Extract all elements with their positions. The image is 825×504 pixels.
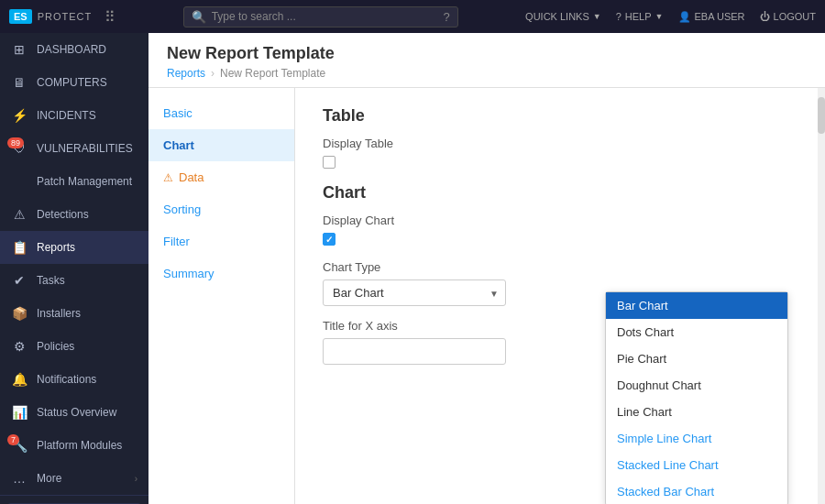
help-label: HELP bbox=[625, 11, 652, 22]
sidebar-item-reports[interactable]: 📋 Reports bbox=[0, 231, 148, 264]
search-box[interactable]: 🔍 ? bbox=[183, 6, 458, 27]
quick-links-button[interactable]: QUICK LINKS ▼ bbox=[525, 11, 601, 22]
sidebar-item-vulnerabilities[interactable]: 89 🛡 VULNERABILITIES bbox=[0, 132, 148, 165]
user-label: EBA USER bbox=[695, 11, 745, 22]
step-chart-label: Chart bbox=[163, 138, 194, 152]
sidebar-item-policies[interactable]: ⚙ Policies bbox=[0, 330, 148, 363]
step-chart[interactable]: Chart bbox=[148, 129, 294, 161]
page-title: New Report Template bbox=[167, 44, 807, 63]
topbar: ES PROTECT ⠿ 🔍 ? QUICK LINKS ▼ ? HELP ▼ … bbox=[0, 0, 825, 33]
sidebar-item-patch-management[interactable]: Patch Management bbox=[0, 165, 148, 198]
sidebar-item-incidents[interactable]: ⚡ INCIDENTS bbox=[0, 99, 148, 132]
display-chart-label: Display Chart bbox=[323, 214, 798, 227]
logout-icon: ⏻ bbox=[760, 11, 770, 22]
tasks-icon: ✔ bbox=[11, 272, 28, 289]
display-table-label: Display Table bbox=[323, 137, 798, 150]
form-area: Table Display Table Chart Display Chart … bbox=[295, 88, 825, 504]
content-body: Basic Chart ⚠ Data Sorting Filter Summar… bbox=[148, 88, 825, 504]
sidebar-item-more[interactable]: … More › bbox=[0, 462, 148, 495]
breadcrumb-separator: › bbox=[211, 67, 214, 80]
breadcrumb-reports-link[interactable]: Reports bbox=[167, 67, 205, 80]
search-help-icon[interactable]: ? bbox=[443, 10, 449, 24]
grid-icon[interactable]: ⠿ bbox=[104, 8, 116, 26]
dropdown-item-simple-line-chart[interactable]: Simple Line Chart bbox=[606, 425, 787, 452]
table-section-title: Table bbox=[323, 106, 798, 126]
sidebar-item-label: DASHBOARD bbox=[37, 43, 106, 56]
sidebar-item-label: Notifications bbox=[37, 373, 96, 386]
display-chart-checkbox[interactable] bbox=[323, 233, 336, 246]
warning-icon: ⚠ bbox=[163, 171, 173, 184]
reports-icon: 📋 bbox=[11, 239, 28, 256]
steps-panel: Basic Chart ⚠ Data Sorting Filter Summar… bbox=[148, 88, 295, 504]
logout-button[interactable]: ⏻ LOGOUT bbox=[760, 11, 816, 22]
quick-links-label: QUICK LINKS bbox=[525, 11, 589, 22]
user-icon: 👤 bbox=[678, 11, 691, 23]
sidebar-item-dashboard[interactable]: ⊞ DASHBOARD bbox=[0, 33, 148, 66]
sidebar-item-label: Tasks bbox=[37, 274, 65, 287]
step-data[interactable]: ⚠ Data bbox=[148, 161, 294, 193]
step-basic[interactable]: Basic bbox=[148, 97, 294, 129]
search-input[interactable] bbox=[212, 10, 438, 23]
dropdown-item-stacked-bar-chart[interactable]: Stacked Bar Chart bbox=[606, 478, 787, 504]
help-button[interactable]: ? HELP ▼ bbox=[616, 11, 664, 22]
notifications-icon: 🔔 bbox=[11, 371, 28, 388]
logo-area: ES PROTECT bbox=[9, 9, 92, 24]
sidebar-item-notifications[interactable]: 🔔 Notifications bbox=[0, 363, 148, 396]
display-table-checkbox[interactable] bbox=[323, 156, 336, 169]
sidebar-item-detections[interactable]: ⚠ Detections bbox=[0, 198, 148, 231]
logo-protect: PROTECT bbox=[38, 11, 93, 22]
sidebar-item-label: Reports bbox=[37, 241, 75, 254]
logout-label: LOGOUT bbox=[774, 11, 816, 22]
content-header: New Report Template Reports › New Report… bbox=[148, 33, 825, 88]
scrollbar[interactable] bbox=[818, 88, 825, 504]
sidebar-item-status-overview[interactable]: 📊 Status Overview bbox=[0, 396, 148, 429]
dashboard-icon: ⊞ bbox=[11, 41, 28, 58]
sidebar-item-label: Patch Management bbox=[37, 175, 132, 188]
sidebar-item-label: Policies bbox=[37, 340, 74, 353]
sidebar-item-label: COMPUTERS bbox=[37, 76, 107, 89]
chart-section-title: Chart bbox=[323, 183, 798, 203]
display-table-wrap bbox=[323, 156, 798, 169]
policies-icon: ⚙ bbox=[11, 338, 28, 355]
dropdown-item-bar-chart[interactable]: Bar Chart bbox=[606, 292, 787, 319]
breadcrumb-current: New Report Template bbox=[220, 67, 325, 80]
step-sorting-label: Sorting bbox=[163, 203, 201, 216]
sidebar-item-label: Platform Modules bbox=[37, 439, 122, 452]
breadcrumb: Reports › New Report Template bbox=[167, 67, 807, 87]
content-area: New Report Template Reports › New Report… bbox=[148, 33, 825, 504]
sidebar-item-label: Installers bbox=[37, 307, 81, 320]
x-axis-input[interactable] bbox=[323, 338, 506, 365]
dropdown-item-stacked-line-chart[interactable]: Stacked Line Chart bbox=[606, 452, 787, 478]
scrollbar-thumb bbox=[818, 97, 825, 134]
sidebar-item-platform-modules[interactable]: 7 🔧 Platform Modules bbox=[0, 429, 148, 462]
sidebar-item-tasks[interactable]: ✔ Tasks bbox=[0, 264, 148, 297]
step-filter[interactable]: Filter bbox=[148, 225, 294, 257]
step-summary[interactable]: Summary bbox=[148, 257, 294, 290]
sidebar-item-label: More bbox=[37, 472, 61, 485]
step-sorting[interactable]: Sorting bbox=[148, 193, 294, 225]
sidebar-item-installers[interactable]: 📦 Installers bbox=[0, 297, 148, 330]
more-icon: … bbox=[11, 470, 28, 487]
sidebar: ⊞ DASHBOARD 🖥 COMPUTERS ⚡ INCIDENTS 89 🛡… bbox=[0, 33, 148, 504]
patch-icon bbox=[11, 173, 28, 190]
chart-type-select[interactable]: Bar Chart bbox=[323, 279, 506, 306]
display-chart-wrap bbox=[323, 233, 798, 246]
dropdown-item-pie-chart[interactable]: Pie Chart bbox=[606, 345, 787, 372]
dropdown-item-dots-chart[interactable]: Dots Chart bbox=[606, 319, 787, 345]
help-arrow: ▼ bbox=[655, 12, 664, 21]
chart-type-label: Chart Type bbox=[323, 260, 798, 274]
topbar-actions: QUICK LINKS ▼ ? HELP ▼ 👤 EBA USER ⏻ LOGO… bbox=[525, 11, 816, 23]
dropdown-item-doughnut-chart[interactable]: Doughnut Chart bbox=[606, 372, 787, 399]
sidebar-item-computers[interactable]: 🖥 COMPUTERS bbox=[0, 66, 148, 99]
vulnerabilities-badge: 89 bbox=[7, 137, 24, 148]
sidebar-bottom: ✉ Submit Feedback ‹‹ COLLAPSE bbox=[0, 495, 148, 504]
detections-icon: ⚠ bbox=[11, 206, 28, 223]
chart-type-dropdown: Bar Chart Dots Chart Pie Chart Doughnut … bbox=[605, 291, 788, 504]
step-basic-label: Basic bbox=[163, 106, 192, 120]
more-arrow: › bbox=[135, 474, 138, 484]
chart-type-select-wrap: Bar Chart bbox=[323, 279, 506, 306]
dropdown-item-line-chart[interactable]: Line Chart bbox=[606, 399, 787, 425]
step-data-label: Data bbox=[179, 170, 204, 184]
step-summary-label: Summary bbox=[163, 267, 214, 280]
user-button[interactable]: 👤 EBA USER bbox=[678, 11, 745, 23]
